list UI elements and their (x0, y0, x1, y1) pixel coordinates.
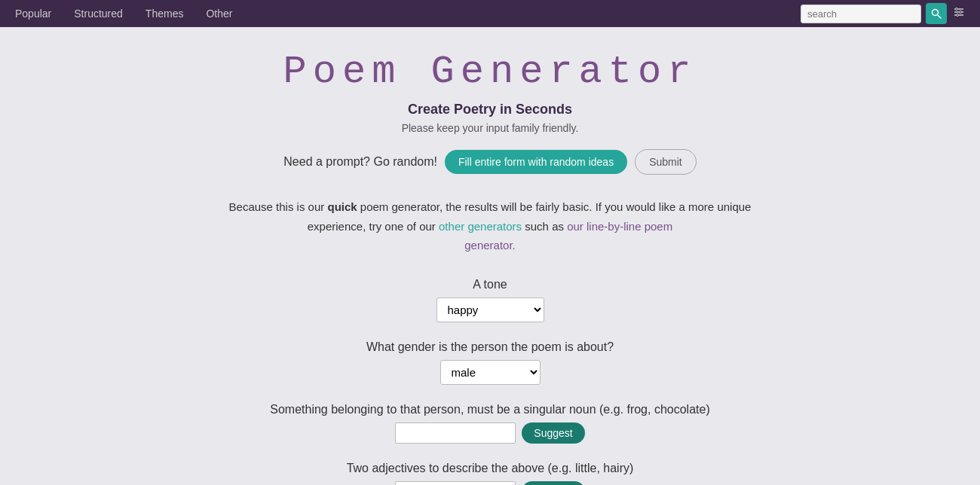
search-icon (931, 8, 942, 19)
svg-point-7 (957, 14, 959, 17)
random-row: Need a prompt? Go random! Fill entire fo… (219, 149, 761, 175)
belonging-section: Something belonging to that person, must… (219, 403, 761, 444)
belonging-input-row: Suggest (219, 422, 761, 444)
random-label: Need a prompt? Go random! (283, 155, 437, 169)
belonging-label: Something belonging to that person, must… (219, 403, 761, 416)
adjective1-input[interactable] (395, 481, 516, 486)
adjectives-section: Two adjectives to describe the above (e.… (219, 462, 761, 486)
subtitle: Create Poetry in Seconds (219, 102, 761, 117)
nav-popular[interactable]: Popular (15, 8, 51, 20)
nav-themes[interactable]: Themes (145, 8, 184, 20)
main-nav: Popular Structured Themes Other (0, 0, 980, 27)
filter-button[interactable] (953, 6, 965, 21)
nav-links: Popular Structured Themes Other (15, 8, 801, 20)
svg-point-5 (956, 8, 958, 11)
other-generators-link[interactable]: other generators (439, 220, 522, 233)
info-bold: quick (327, 200, 357, 213)
family-friendly-text: Please keep your input family friendly. (219, 122, 761, 134)
filter-icon (953, 6, 965, 18)
adjectives-label: Two adjectives to describe the above (e.… (219, 462, 761, 475)
tone-select[interactable]: happy sad romantic funny angry inspirati… (436, 297, 544, 322)
gender-label: What gender is the person the poem is ab… (219, 340, 761, 354)
nav-other[interactable]: Other (206, 8, 232, 20)
page-title: Poem Generator (219, 50, 761, 94)
svg-line-1 (938, 15, 942, 19)
svg-point-6 (960, 11, 962, 14)
main-content: Poem Generator Create Poetry in Seconds … (204, 27, 776, 485)
gender-section: What gender is the person the poem is ab… (219, 340, 761, 385)
adjective1-suggest-button[interactable]: Suggest (522, 481, 584, 486)
belonging-suggest-button[interactable]: Suggest (522, 422, 584, 444)
search-input[interactable] (801, 5, 921, 23)
search-area (801, 3, 965, 24)
adjective1-row: Suggest (219, 481, 761, 486)
submit-button[interactable]: Submit (635, 149, 697, 175)
info-such-as: such as (522, 220, 567, 233)
gender-select[interactable]: male female non-binary (440, 360, 541, 385)
tone-section: A tone happy sad romantic funny angry in… (219, 278, 761, 322)
nav-structured[interactable]: Structured (74, 8, 123, 20)
belonging-input[interactable] (395, 422, 516, 444)
info-text-before: Because this is our (229, 200, 328, 213)
random-fill-button[interactable]: Fill entire form with random ideas (445, 150, 627, 174)
tone-label: A tone (219, 278, 761, 291)
search-button[interactable] (926, 3, 947, 24)
info-box: Because this is our quick poem generator… (219, 197, 761, 255)
